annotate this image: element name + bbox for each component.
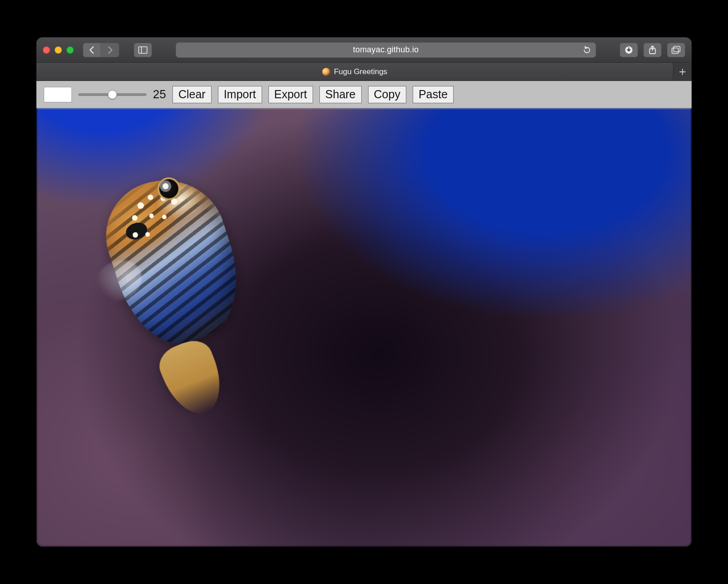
chevron-right-icon bbox=[107, 46, 113, 54]
fullscreen-window-button[interactable] bbox=[66, 46, 74, 54]
color-swatch[interactable] bbox=[44, 87, 72, 102]
svg-rect-5 bbox=[672, 48, 678, 53]
tab-fugu-greetings[interactable]: Fugu Greetings bbox=[36, 63, 673, 81]
show-tabs-button[interactable] bbox=[667, 43, 685, 57]
new-tab-button[interactable] bbox=[673, 63, 692, 81]
minimize-window-button[interactable] bbox=[55, 46, 62, 54]
tab-title: Fugu Greetings bbox=[334, 67, 387, 76]
import-button[interactable]: Import bbox=[218, 86, 262, 103]
chevron-left-icon bbox=[89, 46, 95, 54]
copy-button[interactable]: Copy bbox=[368, 86, 406, 103]
reload-button[interactable] bbox=[583, 46, 591, 54]
fugu-fish-image bbox=[71, 143, 294, 401]
app-toolbar: 25 Clear Import Export Share Copy Paste bbox=[36, 81, 692, 108]
brush-size-slider[interactable] bbox=[78, 89, 147, 100]
browser-window: tomayac.github.io bbox=[36, 37, 692, 547]
plus-icon bbox=[679, 68, 686, 76]
nav-back-forward-group bbox=[83, 43, 119, 57]
window-controls bbox=[43, 46, 74, 54]
paste-button[interactable]: Paste bbox=[413, 86, 454, 103]
download-icon bbox=[625, 46, 633, 54]
titlebar: tomayac.github.io bbox=[36, 37, 692, 63]
address-bar[interactable]: tomayac.github.io bbox=[176, 42, 596, 58]
tab-strip: Fugu Greetings bbox=[36, 63, 692, 81]
share-button[interactable] bbox=[643, 43, 662, 57]
reload-icon bbox=[583, 46, 591, 54]
clear-button[interactable]: Clear bbox=[172, 86, 212, 103]
svg-rect-4 bbox=[674, 46, 680, 51]
sidebar-icon bbox=[138, 46, 147, 54]
slider-thumb[interactable] bbox=[108, 90, 117, 99]
sidebar-toggle-button[interactable] bbox=[134, 43, 152, 57]
address-url: tomayac.github.io bbox=[353, 45, 419, 55]
drawing-canvas[interactable] bbox=[36, 108, 692, 547]
fugu-favicon-icon bbox=[322, 68, 330, 76]
close-window-button[interactable] bbox=[43, 46, 50, 54]
share-app-button[interactable]: Share bbox=[319, 86, 362, 103]
forward-button[interactable] bbox=[101, 43, 119, 57]
tabs-icon bbox=[672, 46, 681, 54]
share-icon bbox=[649, 45, 656, 55]
downloads-button[interactable] bbox=[620, 43, 638, 57]
brush-size-value: 25 bbox=[153, 87, 166, 101]
export-button[interactable]: Export bbox=[268, 86, 313, 103]
back-button[interactable] bbox=[83, 43, 101, 57]
svg-rect-0 bbox=[139, 46, 147, 53]
